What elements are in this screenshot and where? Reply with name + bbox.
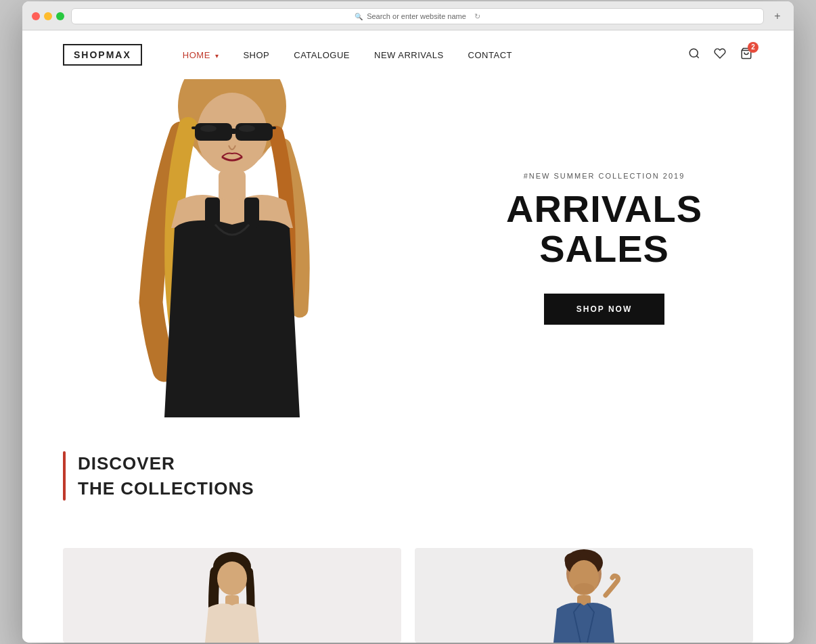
traffic-lights — [32, 12, 64, 20]
navbar: SHOPMAX HOME ▾ SHOP CATALOGUE NEW ARRIVA… — [22, 30, 794, 79]
svg-rect-8 — [231, 129, 236, 134]
reload-icon: ↻ — [474, 12, 480, 21]
search-icon: 🔍 — [355, 13, 363, 20]
hero-model-image — [63, 79, 401, 417]
svg-line-1 — [696, 55, 698, 58]
nav-item-contact[interactable]: CONTACT — [468, 50, 512, 60]
site-logo[interactable]: SHOPMAX — [63, 44, 142, 66]
collection-item-2[interactable] — [415, 548, 753, 643]
cart-icon[interactable]: 2 — [740, 47, 753, 63]
svg-point-18 — [217, 561, 247, 595]
svg-rect-9 — [191, 127, 197, 129]
maximize-button[interactable] — [56, 12, 64, 20]
section-border-accent — [63, 451, 66, 501]
nav-item-catalogue[interactable]: CATALOGUE — [294, 50, 350, 60]
svg-point-0 — [689, 49, 698, 57]
discover-header: DISCOVER THE COLLECTIONS — [63, 451, 753, 501]
svg-rect-15 — [244, 198, 259, 228]
search-icon[interactable] — [688, 47, 700, 63]
cart-count-badge: 2 — [748, 42, 758, 53]
chevron-down-icon: ▾ — [215, 52, 219, 60]
new-tab-button[interactable]: + — [771, 9, 784, 23]
hero-title: ARRIVALS SALES — [469, 189, 740, 269]
discover-section: DISCOVER THE COLLECTIONS — [22, 417, 794, 548]
nav-icons: 2 — [688, 47, 753, 63]
discover-title: DISCOVER THE COLLECTIONS — [78, 451, 254, 501]
nav-item-new-arrivals[interactable]: NEW ARRIVALS — [374, 50, 444, 60]
nav-item-home[interactable]: HOME ▾ — [183, 50, 219, 60]
wishlist-icon[interactable] — [714, 47, 726, 63]
hero-section: #NEW SUMMER COLLECTION 2019 ARRIVALS SAL… — [22, 79, 794, 417]
svg-rect-14 — [205, 198, 220, 228]
collection-preview — [22, 548, 794, 643]
svg-rect-10 — [271, 127, 276, 129]
browser-window: 🔍 Search or enter website name ↻ + SHOPM… — [22, 1, 794, 643]
discover-text: DISCOVER THE COLLECTIONS — [78, 451, 254, 501]
svg-rect-6 — [195, 123, 232, 141]
close-button[interactable] — [32, 12, 40, 20]
hero-text-content: #NEW SUMMER COLLECTION 2019 ARRIVALS SAL… — [469, 172, 753, 325]
svg-point-12 — [239, 125, 255, 132]
address-text: Search or enter website name — [367, 12, 466, 20]
nav-item-shop[interactable]: SHOP — [243, 50, 269, 60]
minimize-button[interactable] — [44, 12, 52, 20]
browser-chrome: 🔍 Search or enter website name ↻ + — [22, 1, 794, 30]
shop-now-button[interactable]: SHOP NOW — [544, 294, 664, 325]
page-content: SHOPMAX HOME ▾ SHOP CATALOGUE NEW ARRIVA… — [22, 30, 794, 643]
hero-subtitle: #NEW SUMMER COLLECTION 2019 — [469, 172, 740, 180]
collection-item-1[interactable] — [63, 548, 401, 643]
svg-point-11 — [200, 125, 217, 132]
nav-links: HOME ▾ SHOP CATALOGUE NEW ARRIVALS CONTA… — [183, 50, 688, 60]
svg-point-23 — [574, 583, 594, 594]
svg-rect-7 — [235, 123, 273, 141]
address-bar[interactable]: 🔍 Search or enter website name ↻ — [71, 8, 764, 24]
